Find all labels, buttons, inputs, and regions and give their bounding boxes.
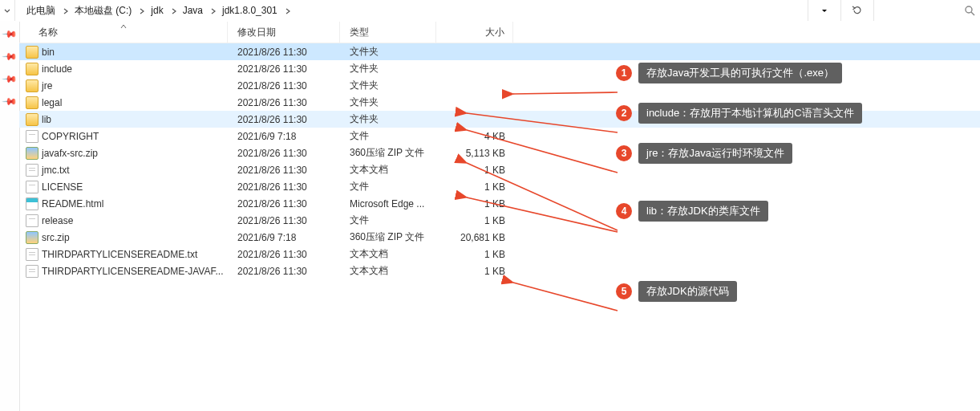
cell-type: 360压缩 ZIP 文件 xyxy=(340,146,436,160)
zip-icon xyxy=(26,147,38,160)
table-row[interactable]: src.zip2021/6/9 7:18360压缩 ZIP 文件20,681 K… xyxy=(19,229,980,246)
cell-type: 文本文档 xyxy=(340,247,436,261)
breadcrumb-label: jdk1.8.0_301 xyxy=(219,5,282,16)
cell-date: 2021/8/26 11:30 xyxy=(228,198,340,210)
text-icon xyxy=(26,248,38,261)
chevron-right-icon xyxy=(136,5,148,16)
table-row[interactable]: include2021/8/26 11:30文件夹 xyxy=(19,60,980,77)
table-row[interactable]: legal2021/8/26 11:30文件夹 xyxy=(19,94,980,111)
table-row[interactable]: jmc.txt2021/8/26 11:30文本文档1 KB xyxy=(19,161,980,178)
breadcrumb-part[interactable]: Java xyxy=(180,0,219,21)
chevron-right-icon xyxy=(168,5,180,16)
cell-type: 文件夹 xyxy=(340,62,436,75)
address-bar: 此电脑本地磁盘 (C:)jdkJavajdk1.8.0_301 xyxy=(0,0,980,22)
column-size-label: 大小 xyxy=(485,26,504,39)
cell-size: 5,113 KB xyxy=(436,148,513,159)
cell-type: 文件 xyxy=(340,129,436,143)
breadcrumb-label: 此电脑 xyxy=(23,4,60,18)
cell-name: README.html xyxy=(19,197,228,210)
table-row[interactable]: THIRDPARTYLICENSEREADME-JAVAF...2021/8/2… xyxy=(19,262,980,279)
table-row[interactable]: THIRDPARTYLICENSEREADME.txt2021/8/26 11:… xyxy=(19,246,980,262)
table-row[interactable]: bin2021/8/26 11:30文件夹 xyxy=(19,43,980,60)
file-icon xyxy=(26,214,38,227)
cell-size: 4 KB xyxy=(436,131,513,142)
chevron-right-icon xyxy=(282,5,294,16)
cell-type: 文件夹 xyxy=(340,45,436,59)
main-pane: 名称 修改日期 类型 大小 bin2021/8/26 11:30文件夹inclu… xyxy=(19,21,980,411)
refresh-button[interactable] xyxy=(841,0,874,21)
table-row[interactable]: release2021/8/26 11:30文件1 KB xyxy=(19,212,980,229)
file-name: COPYRIGHT xyxy=(42,131,99,142)
cell-name: lib xyxy=(19,113,228,126)
column-date-label: 修改日期 xyxy=(237,26,276,39)
file-name: lib xyxy=(42,114,51,125)
folder-icon xyxy=(26,79,38,92)
folder-icon xyxy=(26,96,38,109)
svg-line-1 xyxy=(971,12,974,15)
cell-size: 1 KB xyxy=(436,249,513,260)
file-name: LICENSE xyxy=(42,181,83,193)
cell-date: 2021/8/26 11:30 xyxy=(228,165,340,176)
breadcrumb-part[interactable]: 本地磁盘 (C:) xyxy=(71,0,148,21)
breadcrumb-part[interactable]: jdk1.8.0_301 xyxy=(219,0,294,21)
cell-date: 2021/8/26 11:30 xyxy=(228,97,340,108)
file-name: legal xyxy=(42,97,62,108)
breadcrumb[interactable]: 此电脑本地磁盘 (C:)jdkJavajdk1.8.0_301 xyxy=(17,0,808,21)
cell-date: 2021/8/26 11:30 xyxy=(228,266,340,277)
file-icon xyxy=(26,130,38,143)
recents-dropdown-button[interactable] xyxy=(808,0,841,21)
file-name: javafx-src.zip xyxy=(42,148,98,159)
cell-type: 文件夹 xyxy=(340,79,436,92)
cell-type: 文件 xyxy=(340,180,436,193)
column-name-label: 名称 xyxy=(38,26,58,39)
breadcrumb-label: Java xyxy=(180,5,208,16)
cell-name: legal xyxy=(19,96,228,109)
file-name: README.html xyxy=(42,198,103,210)
search-icon xyxy=(964,5,975,16)
cell-date: 2021/8/26 11:30 xyxy=(228,181,340,193)
column-header-type[interactable]: 类型 xyxy=(340,22,436,43)
sort-indicator-icon xyxy=(119,20,128,31)
column-header-size[interactable]: 大小 xyxy=(436,22,513,43)
chevron-right-icon xyxy=(60,5,71,16)
table-row[interactable]: LICENSE2021/8/26 11:30文件1 KB xyxy=(19,178,980,195)
file-name: THIRDPARTYLICENSEREADME.txt xyxy=(42,249,197,260)
cell-name: LICENSE xyxy=(19,181,228,193)
cell-type: 文件 xyxy=(340,214,436,227)
cell-name: THIRDPARTYLICENSEREADME.txt xyxy=(19,248,228,261)
cell-date: 2021/8/26 11:30 xyxy=(228,249,340,260)
table-row[interactable]: lib2021/8/26 11:30文件夹 xyxy=(19,111,980,128)
file-name: include xyxy=(42,63,72,75)
cell-date: 2021/6/9 7:18 xyxy=(228,232,340,243)
history-dropdown-button[interactable] xyxy=(0,0,15,21)
cell-name: javafx-src.zip xyxy=(19,147,228,160)
column-header-date[interactable]: 修改日期 xyxy=(228,22,340,43)
search-box[interactable] xyxy=(874,0,980,21)
cell-type: 文件夹 xyxy=(340,96,436,109)
table-row[interactable]: README.html2021/8/26 11:30Microsoft Edge… xyxy=(19,195,980,212)
cell-type: 文本文档 xyxy=(340,163,436,177)
cell-size: 1 KB xyxy=(436,198,513,210)
breadcrumb-part[interactable]: 此电脑 xyxy=(23,0,71,21)
cell-name: src.zip xyxy=(19,231,228,244)
table-row[interactable]: COPYRIGHT2021/6/9 7:18文件4 KB xyxy=(19,128,980,144)
cell-name: include xyxy=(19,63,228,75)
cell-size: 1 KB xyxy=(436,181,513,193)
table-row[interactable]: jre2021/8/26 11:30文件夹 xyxy=(19,77,980,94)
cell-date: 2021/8/26 11:30 xyxy=(228,148,340,159)
chevron-right-icon xyxy=(208,5,219,16)
cell-date: 2021/8/26 11:30 xyxy=(228,47,340,58)
file-name: bin xyxy=(42,47,55,58)
svg-point-0 xyxy=(966,6,972,13)
left-gutter: 📌 📌 📌 📌 xyxy=(0,21,20,411)
file-list: bin2021/8/26 11:30文件夹include2021/8/26 11… xyxy=(19,43,980,279)
breadcrumb-part[interactable]: jdk xyxy=(148,0,179,21)
cell-type: 360压缩 ZIP 文件 xyxy=(340,230,436,244)
breadcrumb-label: jdk xyxy=(148,5,168,16)
cell-name: jre xyxy=(19,79,228,92)
column-headers[interactable]: 名称 修改日期 类型 大小 xyxy=(19,21,980,43)
cell-type: 文件夹 xyxy=(340,112,436,126)
column-header-name[interactable]: 名称 xyxy=(19,22,228,43)
table-row[interactable]: javafx-src.zip2021/8/26 11:30360压缩 ZIP 文… xyxy=(19,144,980,161)
file-icon xyxy=(26,181,38,193)
